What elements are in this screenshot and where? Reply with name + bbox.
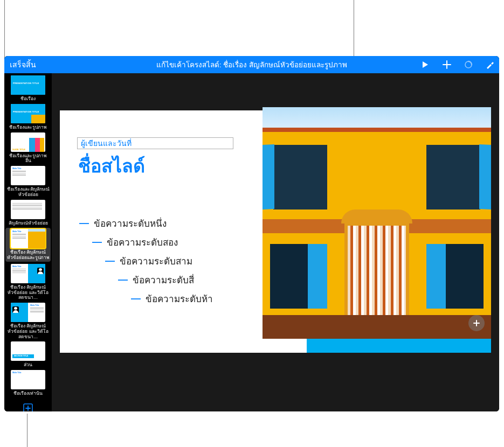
slide-title-text: ชื่อสไลด์ xyxy=(78,156,145,176)
layout-thumb-label: สัญลักษณ์หัวข้อย่อย xyxy=(8,221,49,226)
bullet-text: ข้อความระดับสอง xyxy=(107,235,178,249)
plus-icon xyxy=(472,319,481,327)
animate-icon[interactable] xyxy=(464,60,473,69)
author-date-placeholder[interactable]: ผู้เขียนและวันที่ xyxy=(77,137,233,149)
layout-thumb-title-photo-alt[interactable]: SLIDE TITLE ชื่อเรื่องและรูปภาพอื่น xyxy=(5,132,51,164)
slide-bullet-list[interactable]: —ข้อความระดับหนึ่ง —ข้อความระดับสอง —ข้อ… xyxy=(79,216,213,310)
layout-thumb-label: ชื่อเรื่องและสัญลักษณ์หัวข้อย่อย xyxy=(5,187,51,198)
bullet-dash-icon: — xyxy=(131,293,140,304)
slide-title-placeholder[interactable]: ชื่อสไลด์ xyxy=(78,151,145,180)
media-replace-button[interactable] xyxy=(468,315,485,331)
bullet-text: ข้อความระดับสี่ xyxy=(133,273,194,287)
slide-layout-sidebar: PRESENTATION TITLE ชื่อเรื่อง PRESENTATI… xyxy=(4,73,52,411)
toolbar-title-prefix: แก้ไขเค้าโครงสไลด์: xyxy=(156,61,224,69)
add-slide-layout-button[interactable] xyxy=(22,402,34,411)
workspace: PRESENTATION TITLE ชื่อเรื่อง PRESENTATI… xyxy=(4,73,499,411)
toolbar-title-layout-name: ชื่อเรื่อง สัญลักษณ์หัวข้อย่อยและรูปภาพ xyxy=(223,61,347,69)
layout-thumb-label: ชื่อเรื่องเท่านั้น xyxy=(12,391,44,396)
slide-canvas[interactable]: ผู้เขียนและวันที่ ชื่อสไลด์ —ข้อความระดั… xyxy=(60,110,491,353)
layout-thumb-label: ส่วน xyxy=(23,362,33,368)
layout-thumb-bullets[interactable]: สัญลักษณ์หัวข้อย่อย xyxy=(5,200,51,226)
layout-thumb-label: ชื่อเรื่อง xyxy=(19,96,37,102)
placeholder-photo-illustration xyxy=(263,107,491,339)
layout-thumb-title-only[interactable]: Slide Title ชื่อเรื่องเท่านั้น xyxy=(5,370,51,396)
done-button[interactable]: เสร็จสิ้น xyxy=(10,56,36,73)
guide-line xyxy=(4,0,5,60)
bullet-text: ข้อความระดับสาม xyxy=(120,254,192,268)
bullet-text: ข้อความระดับห้า xyxy=(146,291,213,306)
slide-editor: ผู้เขียนและวันที่ ชื่อสไลด์ —ข้อความระดั… xyxy=(52,73,499,411)
layout-thumb-label: ชื่อเรื่องและรูปภาพอื่น xyxy=(5,153,51,164)
bullet-dash-icon: — xyxy=(92,236,101,248)
layout-thumb-title-bullets[interactable]: Slide Title ชื่อเรื่องและสัญลักษณ์หัวข้อ… xyxy=(5,166,51,198)
bullet-text: ข้อความระดับหนึ่ง xyxy=(94,216,167,231)
format-brush-icon[interactable] xyxy=(485,60,495,69)
toolbar: เสร็จสิ้น แก้ไขเค้าโครงสไลด์: ชื่อเรื่อง… xyxy=(4,56,499,73)
toolbar-right-group xyxy=(420,56,495,73)
layout-thumb-label: ชื่อเรื่อง สัญลักษณ์หัวข้อย่อยและรูปภาพ xyxy=(5,250,51,261)
add-icon[interactable] xyxy=(442,60,452,69)
play-icon[interactable] xyxy=(420,60,430,69)
app-window: เสร็จสิ้น แก้ไขเค้าโครงสไลด์: ชื่อเรื่อง… xyxy=(4,56,499,411)
layout-thumb-label: ชื่อเรื่องและรูปภาพ xyxy=(8,125,48,130)
layout-thumb-section[interactable]: SECTION TITLE ส่วน xyxy=(5,341,51,368)
layout-thumb-title[interactable]: PRESENTATION TITLE ชื่อเรื่อง xyxy=(5,75,51,102)
bullet-dash-icon: — xyxy=(79,218,88,229)
done-button-label: เสร็จสิ้น xyxy=(10,59,36,71)
slide-image-placeholder[interactable] xyxy=(263,107,491,339)
layout-thumb-title-bullets-live-r[interactable]: Slide Title ชื่อเรื่อง สัญลักษณ์หัวข้อย่… xyxy=(5,264,51,301)
layout-thumb-title-photo[interactable]: PRESENTATION TITLE ชื่อเรื่องและรูปภาพ xyxy=(5,104,51,130)
layout-thumb-title-bullets-live-l[interactable]: Slide Title ชื่อเรื่อง สัญลักษณ์หัวข้อย่… xyxy=(5,303,51,339)
bullet-dash-icon: — xyxy=(105,255,114,267)
author-date-placeholder-text: ผู้เขียนและวันที่ xyxy=(81,137,132,149)
layout-thumb-label: ชื่อเรื่อง สัญลักษณ์หัวข้อย่อย และวิดีโอ… xyxy=(5,285,51,301)
bullet-dash-icon: — xyxy=(118,274,127,285)
guide-line xyxy=(27,414,27,447)
layout-thumb-title-bullets-photo[interactable]: Slide Title ชื่อเรื่อง สัญลักษณ์หัวข้อย่… xyxy=(5,228,51,262)
toolbar-title: แก้ไขเค้าโครงสไลด์: ชื่อเรื่อง สัญลักษณ์… xyxy=(156,59,347,71)
layout-thumb-label: ชื่อเรื่อง สัญลักษณ์หัวข้อย่อย และวิดีโอ… xyxy=(5,324,51,339)
